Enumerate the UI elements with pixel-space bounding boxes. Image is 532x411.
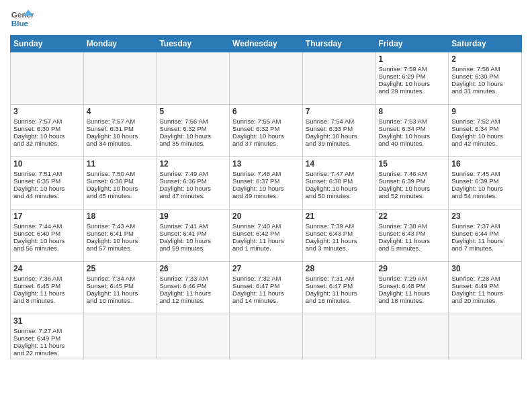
day-info: Daylight: 10 hours [451,132,519,140]
day-info: Sunset: 6:37 PM [232,177,300,185]
day-info: Daylight: 11 hours [232,237,300,244]
day-info: Sunset: 6:41 PM [87,230,154,237]
day-info: and 39 minutes. [306,140,373,147]
day-info: Sunrise: 7:51 AM [13,170,81,177]
calendar-cell: 16Sunrise: 7:45 AMSunset: 6:39 PMDayligh… [449,157,522,210]
day-info: and 49 minutes. [232,192,300,199]
day-info: Daylight: 11 hours [13,342,81,349]
calendar-week-5: 24Sunrise: 7:36 AMSunset: 6:45 PMDayligh… [11,262,522,314]
calendar-cell: 5Sunrise: 7:56 AMSunset: 6:32 PMDaylight… [157,105,230,157]
day-number: 1 [379,54,446,64]
day-info: Sunset: 6:34 PM [379,125,446,132]
day-number: 9 [451,107,519,116]
day-info: and 20 minutes. [451,297,519,304]
day-info: and 14 minutes. [232,297,300,304]
day-number: 18 [87,212,154,221]
day-number: 8 [379,107,446,116]
day-info: and 7 minutes. [451,244,519,252]
day-info: and 16 minutes. [306,297,373,304]
day-info: Sunset: 6:46 PM [159,282,226,289]
day-info: and 37 minutes. [232,140,300,147]
day-number: 12 [159,159,226,169]
day-info: and 50 minutes. [306,192,373,199]
day-number: 28 [306,264,373,273]
day-info: Sunset: 6:49 PM [451,282,519,289]
calendar-week-3: 10Sunrise: 7:51 AMSunset: 6:35 PMDayligh… [11,157,522,210]
day-info: and 56 minutes. [13,244,81,252]
day-info: Sunset: 6:39 PM [379,177,446,185]
calendar-cell: 30Sunrise: 7:28 AMSunset: 6:49 PMDayligh… [449,262,522,314]
day-number: 21 [306,212,373,221]
day-info: Sunrise: 7:28 AM [451,275,519,282]
day-number: 15 [379,159,446,169]
calendar-cell [230,314,303,359]
day-info: and 40 minutes. [379,140,446,147]
day-number: 16 [451,159,519,169]
day-number: 30 [451,264,519,273]
day-info: and 57 minutes. [87,244,154,252]
day-info: Daylight: 11 hours [451,237,519,244]
day-info: Sunrise: 7:57 AM [13,118,81,125]
calendar-cell [449,314,522,359]
day-info: Sunrise: 7:50 AM [87,170,154,177]
day-info: Sunset: 6:35 PM [13,177,81,185]
day-info: Daylight: 10 hours [379,80,446,87]
day-info: Sunrise: 7:46 AM [379,170,446,177]
day-info: and 32 minutes. [13,140,81,147]
logo: General Blue [10,7,34,31]
day-info: Daylight: 10 hours [232,132,300,140]
day-info: Daylight: 10 hours [13,185,81,192]
calendar-cell: 8Sunrise: 7:53 AMSunset: 6:34 PMDaylight… [375,105,449,157]
day-info: Sunset: 6:43 PM [306,230,373,237]
day-info: Sunrise: 7:48 AM [232,170,300,177]
day-number: 5 [159,107,226,116]
calendar-cell [83,52,157,105]
day-info: and 1 minute. [232,244,300,252]
calendar-cell: 14Sunrise: 7:47 AMSunset: 6:38 PMDayligh… [302,157,375,210]
day-number: 27 [232,264,300,273]
day-info: Daylight: 10 hours [306,132,373,140]
day-info: Daylight: 10 hours [451,80,519,87]
day-info: Sunset: 6:48 PM [379,282,446,289]
day-number: 4 [87,107,154,116]
day-info: Daylight: 10 hours [379,185,446,192]
calendar-cell: 13Sunrise: 7:48 AMSunset: 6:37 PMDayligh… [230,157,303,210]
svg-text:Blue: Blue [11,19,29,28]
day-info: Sunset: 6:45 PM [87,282,154,289]
day-info: and 34 minutes. [87,140,154,147]
day-info: Sunrise: 7:53 AM [379,118,446,125]
calendar-cell: 22Sunrise: 7:38 AMSunset: 6:43 PMDayligh… [375,210,449,262]
calendar-cell: 20Sunrise: 7:40 AMSunset: 6:42 PMDayligh… [230,210,303,262]
day-number: 2 [451,54,519,64]
day-info: Sunrise: 7:38 AM [379,222,446,230]
day-number: 10 [13,159,81,169]
page-header: General Blue [10,7,522,31]
day-info: Daylight: 11 hours [13,289,81,297]
day-info: Sunrise: 7:45 AM [451,170,519,177]
calendar-cell [230,52,303,105]
calendar-cell [157,314,230,359]
day-number: 3 [13,107,81,116]
calendar-cell: 19Sunrise: 7:41 AMSunset: 6:41 PMDayligh… [157,210,230,262]
day-info: Sunset: 6:44 PM [451,230,519,237]
day-info: and 52 minutes. [379,192,446,199]
day-info: Sunset: 6:36 PM [87,177,154,185]
calendar-cell [302,52,375,105]
weekday-header-sunday: Sunday [11,36,84,52]
day-info: Daylight: 11 hours [379,289,446,297]
calendar-cell: 29Sunrise: 7:29 AMSunset: 6:48 PMDayligh… [375,262,449,314]
day-info: and 59 minutes. [159,244,226,252]
weekday-header-thursday: Thursday [302,36,375,52]
day-info: Sunset: 6:30 PM [13,125,81,132]
day-info: Sunset: 6:47 PM [306,282,373,289]
calendar-cell: 1Sunrise: 7:59 AMSunset: 6:29 PMDaylight… [375,52,449,105]
day-number: 7 [306,107,373,116]
calendar-cell: 28Sunrise: 7:31 AMSunset: 6:47 PMDayligh… [302,262,375,314]
day-info: and 54 minutes. [451,192,519,199]
day-info: Daylight: 10 hours [451,185,519,192]
day-info: Sunset: 6:49 PM [13,334,81,342]
calendar-cell [83,314,157,359]
day-info: Sunrise: 7:56 AM [159,118,226,125]
day-info: Sunrise: 7:36 AM [13,275,81,282]
day-info: Daylight: 10 hours [159,185,226,192]
